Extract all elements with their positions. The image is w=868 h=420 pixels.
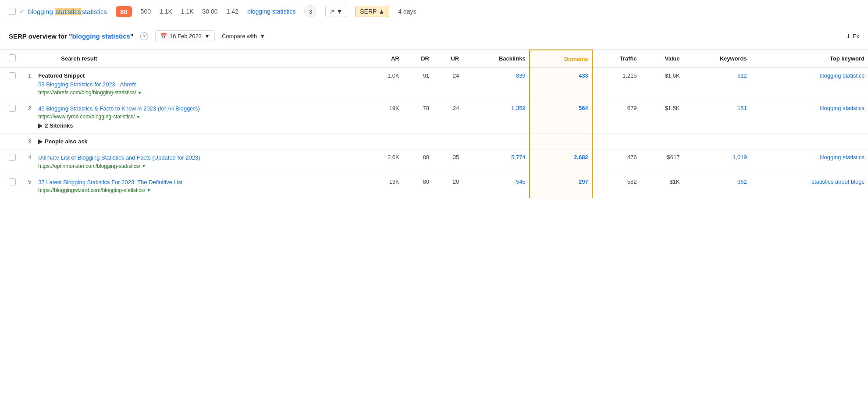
row5-ur: 20 — [433, 174, 462, 198]
row1-top-keyword: blogging statistics — [751, 68, 868, 100]
ur-header: UR — [433, 50, 462, 68]
export-icon: ⬇ — [846, 33, 851, 39]
row5-title[interactable]: 37 Latest Blogging Statistics For 2023: … — [38, 178, 363, 186]
row2-checkbox-cell — [0, 100, 19, 134]
row2-url-arrow: ▼ — [136, 114, 140, 119]
row1-traffic: 1,215 — [592, 68, 640, 100]
row4-dr: 88 — [403, 149, 433, 174]
help-icon[interactable]: ? — [140, 32, 148, 40]
row5-keywords: 362 — [683, 174, 751, 198]
table-row: 5 37 Latest Blogging Statistics For 2023… — [0, 174, 868, 198]
row5-top-keyword: statistics about blogs — [751, 174, 868, 198]
trend-button[interactable]: ↗ ▼ — [325, 6, 346, 17]
row5-checkbox[interactable] — [9, 178, 16, 185]
row1-title[interactable]: 59 Blogging Statistics for 2023 - Ahrefs — [38, 81, 363, 89]
row2-keywords: 151 — [683, 100, 751, 134]
row5-ar: 13K — [366, 174, 403, 198]
compare-dropdown-arrow: ▼ — [260, 33, 265, 39]
row3-keywords — [683, 134, 751, 149]
row4-top-keyword: blogging statistics — [751, 149, 868, 174]
calendar-icon: 📅 — [160, 33, 167, 39]
compare-button[interactable]: Compare with ▼ — [222, 33, 265, 39]
row2-ar: 19K — [366, 100, 403, 134]
row1-ar: 1.0K — [366, 68, 403, 100]
metric-11k-2: 1.1K — [181, 8, 194, 15]
row2-content: 45 Blogging Statistics & Facts to Know i… — [35, 100, 366, 134]
row2-title[interactable]: 45 Blogging Statistics & Facts to Know i… — [38, 105, 363, 113]
row4-checkbox-cell — [0, 149, 19, 174]
number-badge: 3 — [304, 5, 317, 18]
value-header: Value — [640, 50, 683, 68]
keyword-text: blogging statisticsstatistics — [28, 8, 107, 15]
keyword-checkbox[interactable] — [9, 8, 16, 15]
compare-label: Compare with — [222, 33, 257, 39]
row5-checkbox-cell — [0, 174, 19, 198]
metric-11k-1: 1.1K — [160, 8, 172, 15]
export-label: Ex — [853, 33, 859, 39]
row5-value: $1K — [640, 174, 683, 198]
row5-url[interactable]: https://bloggingwizard.com/blogging-stat… — [38, 187, 363, 193]
row2-num: 2 — [19, 100, 35, 134]
serp-button[interactable]: SERP ▲ — [355, 6, 389, 17]
top-keyword-header: Top keyword — [751, 50, 868, 68]
row4-url[interactable]: https://optinmonster.com/blogging-statis… — [38, 163, 363, 169]
traffic-header: Traffic — [592, 50, 640, 68]
row4-checkbox[interactable] — [9, 154, 16, 161]
row1-url[interactable]: https://ahrefs.com/blog/blogging-statist… — [38, 89, 363, 96]
export-button[interactable]: ⬇ Ex — [846, 33, 859, 39]
table-row: 1 Featured Snippet 59 Blogging Statistic… — [0, 68, 868, 100]
row3-top-keyword — [751, 134, 868, 149]
row4-num: 4 — [19, 149, 35, 174]
section-header: SERP overview for "blogging statistics" … — [0, 23, 868, 50]
row4-title[interactable]: Ultimate List of Blogging Statistics and… — [38, 154, 363, 162]
row4-url-arrow: ▼ — [142, 164, 146, 168]
row3-num: 3 — [19, 134, 35, 149]
keyword-highlight: statistics — [55, 8, 82, 15]
row3-value — [640, 134, 683, 149]
row4-ur: 35 — [433, 149, 462, 174]
row1-num: 1 — [19, 68, 35, 100]
row1-checkbox[interactable] — [9, 72, 16, 79]
row2-traffic: 679 — [592, 100, 640, 134]
sitelinks-arrow: ▶ — [38, 122, 43, 129]
row1-checkbox-cell — [0, 68, 19, 100]
row4-domains: 2,682 — [530, 149, 592, 174]
row1-backlinks: 839 — [462, 68, 529, 100]
row3-ar — [366, 134, 403, 149]
row5-dr: 80 — [403, 174, 433, 198]
row5-num: 5 — [19, 174, 35, 198]
date-label: 16 Feb 2023 — [170, 33, 202, 39]
select-all-checkbox[interactable] — [9, 54, 16, 61]
trend-dropdown: ▼ — [336, 8, 342, 15]
row2-checkbox[interactable] — [9, 105, 16, 112]
num-col-header — [19, 50, 35, 68]
row2-url[interactable]: https://www.ryrob.com/blogging-statistic… — [38, 114, 363, 120]
keywords-header: Keywords — [683, 50, 751, 68]
row3-checkbox-cell — [0, 134, 19, 149]
row4-value: $617 — [640, 149, 683, 174]
row2-value: $1.5K — [640, 100, 683, 134]
row1-keywords: 312 — [683, 68, 751, 100]
metric-500: 500 — [141, 8, 151, 15]
keyword-bar: ✓ blogging statisticsstatistics 80 500 1… — [0, 0, 868, 23]
date-dropdown-arrow: ▼ — [204, 33, 210, 39]
people-ask-arrow: ▶ — [38, 138, 43, 145]
date-button[interactable]: 📅 16 Feb 2023 ▼ — [155, 30, 215, 42]
serp-label: SERP — [360, 8, 377, 15]
row3-content: ▶ People also ask — [35, 134, 366, 149]
row5-traffic: 582 — [592, 174, 640, 198]
table-row: 2 45 Blogging Statistics & Facts to Know… — [0, 100, 868, 134]
table-row: 4 Ultimate List of Blogging Statistics a… — [0, 149, 868, 174]
search-result-header: Search result — [35, 50, 366, 68]
row4-ar: 2.6K — [366, 149, 403, 174]
row1-domains: 433 — [530, 68, 592, 100]
select-all-col — [0, 50, 19, 68]
metric-142: 1.42 — [227, 8, 238, 15]
days-text: 4 days — [398, 8, 416, 15]
section-keyword: blogging statistics — [72, 32, 130, 40]
row2-ur: 24 — [433, 100, 462, 134]
row5-content: 37 Latest Blogging Statistics For 2023: … — [35, 174, 366, 198]
metric-dollar: $0.00 — [203, 8, 218, 15]
row5-url-arrow: ▼ — [146, 188, 151, 192]
ar-header: AR — [366, 50, 403, 68]
